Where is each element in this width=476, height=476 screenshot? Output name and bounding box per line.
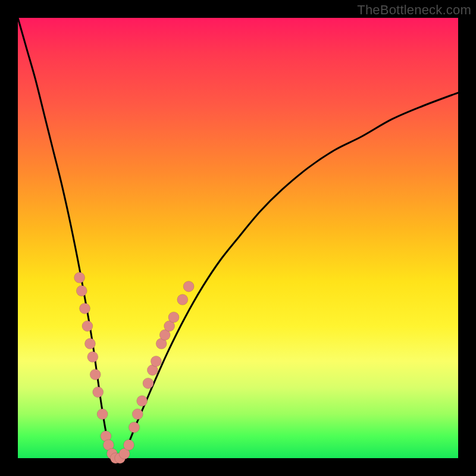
curve-marker — [82, 321, 93, 331]
marker-group — [74, 273, 195, 464]
watermark-text: TheBottleneck.com — [357, 2, 471, 18]
curve-marker — [74, 273, 85, 283]
curve-marker — [132, 409, 143, 419]
curve-marker — [80, 303, 90, 314]
curve-marker — [143, 378, 154, 389]
curve-marker — [124, 440, 134, 450]
curve-marker — [177, 295, 188, 305]
curve-marker — [151, 356, 161, 367]
curve-marker — [90, 369, 101, 380]
curve-marker — [183, 281, 194, 292]
curve-marker — [87, 352, 98, 362]
curve-marker — [76, 286, 87, 296]
curve-marker — [93, 387, 104, 397]
bottleneck-curve — [18, 18, 458, 459]
chart-overlay — [18, 18, 458, 458]
outer-frame: TheBottleneck.com — [0, 0, 476, 476]
curve-marker — [137, 396, 148, 406]
curve-marker — [84, 339, 95, 349]
curve-marker — [97, 409, 108, 419]
curve-marker — [168, 312, 179, 322]
curve-marker — [129, 422, 139, 433]
